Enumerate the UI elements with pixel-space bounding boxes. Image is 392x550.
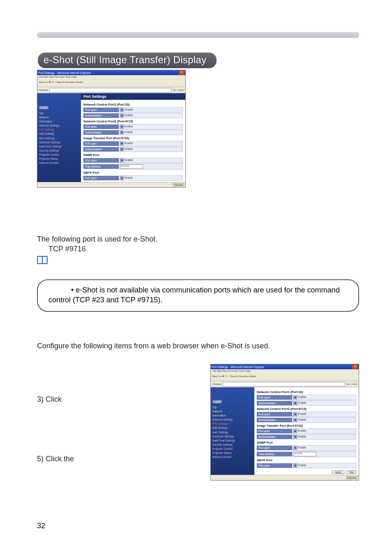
checkbox-icon[interactable] — [293, 446, 297, 450]
sidebar-item[interactable]: Date/Time Settings — [39, 145, 79, 148]
sidebar-network[interactable]: Network — [212, 410, 253, 413]
setting-label: Port open — [257, 412, 292, 417]
setting-value[interactable]: Enable — [292, 412, 356, 417]
sidebar-item[interactable]: Alert Settings — [212, 430, 253, 434]
checkbox-icon[interactable] — [120, 131, 124, 134]
setting-value[interactable]: Enable — [292, 395, 356, 400]
checkbox-icon[interactable] — [120, 114, 124, 117]
setting-row: Port openEnable — [257, 412, 356, 417]
sidebar-item[interactable]: Schedule Settings — [212, 435, 253, 438]
setting-label: Port open — [83, 158, 119, 163]
sidebar-item[interactable]: Network Settings — [212, 418, 253, 421]
sidebar-item[interactable]: Schedule Settings — [39, 140, 79, 144]
checkbox-icon[interactable] — [293, 435, 297, 439]
setting-row: Trap address0.0.0.0 — [257, 451, 356, 457]
logoff-button[interactable]: Logoff — [212, 400, 222, 403]
window-title: Port Settings - Microsoft Internet Explo… — [38, 71, 91, 74]
checkbox-icon[interactable] — [293, 429, 297, 433]
sidebar-item[interactable]: Projector Control — [212, 447, 253, 451]
go-button[interactable]: Go — [346, 383, 350, 385]
checkbox-icon[interactable] — [120, 159, 124, 162]
setting-row: AuthenticationEnable — [83, 130, 183, 135]
browser-menubar[interactable]: File Edit View Favorites Tools Help — [211, 369, 359, 374]
address-input[interactable] — [49, 88, 172, 92]
setting-value[interactable]: Enable — [292, 400, 356, 406]
sidebar-item[interactable]: Port Settings — [39, 128, 79, 131]
sidebar-item[interactable]: Network Restart — [212, 455, 253, 459]
setting-value[interactable]: Enable — [292, 445, 356, 451]
setting-value[interactable]: Enable — [119, 158, 183, 163]
logoff-button[interactable]: Logoff — [39, 106, 48, 109]
sidebar-top[interactable]: Top: — [212, 405, 253, 409]
checkbox-icon[interactable] — [293, 464, 297, 467]
sidebar-item[interactable]: Alert Settings — [39, 136, 79, 140]
close-icon[interactable]: X — [179, 70, 184, 75]
setting-row: Port openEnable — [83, 141, 183, 146]
setting-row: AuthenticationEnable — [83, 113, 183, 118]
go-button[interactable]: Go — [173, 89, 176, 91]
checkbox-icon[interactable] — [120, 142, 124, 145]
setting-value[interactable]: Enable — [119, 130, 183, 135]
setting-value[interactable]: 0.0.0.0 — [119, 163, 183, 170]
sidebar-item[interactable]: Projector Status — [39, 157, 79, 161]
apply-button[interactable]: Apply — [332, 470, 344, 474]
checkbox-icon[interactable] — [293, 412, 297, 416]
sidebar-network[interactable]: Network — [39, 115, 79, 119]
setting-row: AuthenticationEnable — [83, 147, 183, 152]
step-5: 5) Click the — [37, 454, 74, 464]
sidebar-item[interactable]: Network Restart — [39, 161, 79, 165]
setting-value[interactable]: Enable — [292, 463, 356, 468]
setting-label: Trap address — [257, 452, 292, 456]
close-icon[interactable]: X — [352, 364, 358, 369]
setting-value[interactable]: Enable — [292, 434, 356, 440]
internet-indicator: Internet — [173, 183, 184, 186]
checkbox-icon[interactable] — [293, 401, 297, 405]
browser-menubar[interactable]: File Edit View Favorites Tools Help — [37, 75, 185, 80]
checkbox-icon[interactable] — [293, 418, 297, 422]
sidebar-item[interactable]: Date/Time Settings — [212, 439, 253, 442]
sidebar-item[interactable]: Security Settings — [39, 149, 79, 152]
setting-row: Port openEnable — [257, 463, 356, 468]
setting-value[interactable]: Enable — [119, 147, 183, 152]
window-titlebar: Port Settings - Microsoft Internet Explo… — [211, 364, 359, 369]
body-line-1: The following port is used for e-Shot. — [37, 234, 359, 244]
setting-value[interactable]: Enable — [119, 124, 183, 129]
setting-value[interactable]: Enable — [119, 141, 183, 146]
setting-value[interactable]: Enable — [119, 175, 183, 181]
sidebar-item[interactable]: Mail Settings — [39, 132, 79, 136]
trap-address-input[interactable]: 0.0.0.0 — [293, 452, 316, 456]
checkbox-icon[interactable] — [120, 108, 124, 112]
section-label: SNMP Port — [257, 441, 356, 444]
top-button[interactable]: Top — [346, 470, 356, 474]
setting-value[interactable]: Enable — [119, 113, 183, 118]
sidebar-item[interactable]: Port Settings — [212, 422, 253, 426]
checkbox-icon[interactable] — [120, 125, 124, 129]
setting-value[interactable]: Enable — [292, 417, 356, 423]
setting-value[interactable]: Enable — [119, 107, 183, 113]
sidebar-item[interactable]: Projector Status — [212, 451, 253, 455]
sidebar-top[interactable]: Top: — [39, 111, 79, 115]
browser-toolbar[interactable]: Back ▾ ▸ ✖ ⟳ ⌂ Search Favorites Media — [211, 374, 359, 381]
sidebar-item[interactable]: Mail Settings — [212, 426, 253, 430]
address-input[interactable] — [223, 382, 345, 387]
setting-value[interactable]: Enable — [292, 428, 356, 434]
sidebar-item[interactable]: Security Settings — [212, 443, 253, 446]
checkbox-icon[interactable] — [293, 396, 297, 399]
status-bar: Internet — [37, 182, 185, 187]
setting-label: Port open — [257, 429, 292, 433]
section-label: Network Control Port1 (Port:23) — [257, 390, 356, 394]
sidebar-item[interactable]: Projector Control — [39, 153, 79, 156]
browser-toolbar[interactable]: Back ▾ ▸ ✖ ⟳ ⌂ Search Favorites Media — [37, 80, 185, 87]
checkbox-icon[interactable] — [120, 176, 124, 180]
setting-label: Port open — [257, 463, 292, 468]
sidebar-item[interactable]: Network Settings — [39, 124, 79, 127]
setting-label: Port open — [83, 176, 119, 180]
setting-row: Port openEnable — [83, 175, 183, 181]
checkbox-icon[interactable] — [120, 147, 124, 151]
section-label: Network Control Port1 (Port:23) — [83, 103, 183, 106]
sidebar-information[interactable]: Information — [212, 414, 253, 417]
sidebar-information[interactable]: Information — [39, 120, 79, 123]
setting-value[interactable]: 0.0.0.0 — [292, 451, 356, 457]
section-label: Image Transfer Port (Port:9716) — [257, 424, 356, 428]
trap-address-input[interactable]: 0.0.0.0 — [120, 164, 143, 169]
